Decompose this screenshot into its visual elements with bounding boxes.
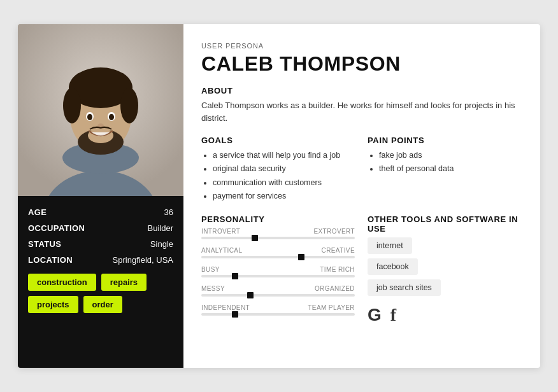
trait-right: TIME RICH — [320, 266, 355, 273]
about-title: ABOUT — [201, 86, 521, 95]
trait-introvert-extrovert: INTROVERT EXTROVERT — [201, 228, 355, 239]
svg-point-8 — [120, 88, 138, 123]
trait-bar — [201, 256, 355, 258]
trait-left: INTROVERT — [201, 228, 240, 235]
location-label: LOCATION — [28, 255, 73, 265]
occupation-label: OCCUPATION — [28, 223, 85, 233]
trait-bar — [201, 275, 355, 277]
tag-repairs[interactable]: repairs — [101, 274, 147, 291]
right-panel: USER PERSONA CALEB THOMPSON ABOUT Caleb … — [183, 24, 540, 368]
tool-facebook: facebook — [368, 258, 418, 275]
trait-left: MESSY — [201, 285, 225, 292]
location-value: Springfield, USA — [113, 255, 173, 265]
pain-list: fake job ads theft of personal data — [368, 149, 521, 176]
profile-photo — [18, 24, 183, 196]
goals-list: a service that will help you find a job … — [201, 149, 355, 203]
google-icon: G — [368, 305, 382, 325]
pain-title: PAIN POINTS — [368, 136, 521, 145]
status-label: STATUS — [28, 239, 61, 249]
tag-order[interactable]: order — [83, 296, 122, 313]
age-label: AGE — [28, 207, 46, 217]
trait-bar — [201, 313, 355, 316]
tag-projects[interactable]: projects — [28, 296, 78, 313]
goals-title: GOALS — [201, 136, 355, 145]
tools-col: OTHER TOOLS AND SOFTWARE IN USE internet… — [368, 214, 521, 325]
persona-card: AGE 36 OCCUPATION Builder STATUS Single … — [18, 24, 540, 368]
age-row: AGE 36 — [28, 207, 173, 217]
trait-left: ANALYTICAL — [201, 247, 242, 254]
personality-tools-section: PERSONALITY INTROVERT EXTROVERT ANALYTIC… — [201, 214, 521, 325]
trait-busy-timerich: BUSY TIME RICH — [201, 266, 355, 277]
personality-col: PERSONALITY INTROVERT EXTROVERT ANALYTIC… — [201, 214, 355, 325]
about-text: Caleb Thompson works as a builder. He wo… — [201, 99, 521, 124]
personality-title: PERSONALITY — [201, 214, 355, 224]
pain-item: theft of personal data — [379, 162, 521, 176]
bio-info: AGE 36 OCCUPATION Builder STATUS Single … — [18, 196, 183, 368]
trait-bar — [201, 294, 355, 297]
goals-pain-section: GOALS a service that will help you find … — [201, 136, 521, 203]
occupation-value: Builder — [148, 223, 173, 233]
svg-point-14 — [109, 114, 114, 120]
tool-tags: internet facebook job search sites — [368, 237, 521, 296]
trait-analytical-creative: ANALYTICAL CREATIVE — [201, 247, 355, 258]
location-row: LOCATION Springfield, USA — [28, 255, 173, 265]
tag-construction[interactable]: construction — [28, 274, 96, 291]
left-panel: AGE 36 OCCUPATION Builder STATUS Single … — [18, 24, 183, 368]
trait-messy-organized: MESSY ORGANIZED — [201, 285, 355, 297]
occupation-row: OCCUPATION Builder — [28, 223, 173, 233]
tool-job-search: job search sites — [368, 279, 441, 296]
goals-col: GOALS a service that will help you find … — [201, 136, 355, 203]
trait-bar — [201, 237, 355, 239]
svg-point-7 — [63, 88, 81, 123]
age-value: 36 — [164, 207, 173, 217]
trait-right: TEAM PLAYER — [308, 304, 355, 311]
facebook-icon: f — [390, 305, 396, 325]
svg-point-13 — [87, 114, 92, 120]
persona-label: USER PERSONA — [201, 42, 521, 50]
trait-right: CREATIVE — [322, 247, 355, 254]
trait-right: EXTROVERT — [313, 228, 355, 235]
status-value: Single — [150, 239, 173, 249]
goal-item: communication with customers — [213, 176, 355, 190]
tags-area: construction repairs projects order — [28, 274, 173, 313]
pain-item: fake job ads — [379, 149, 521, 162]
pain-col: PAIN POINTS fake job ads theft of person… — [368, 136, 521, 203]
tools-title: OTHER TOOLS AND SOFTWARE IN USE — [368, 214, 521, 234]
trait-right: ORGANIZED — [315, 285, 355, 292]
persona-name: CALEB THOMPSON — [201, 52, 521, 76]
goal-item: payment for services — [213, 190, 355, 203]
goal-item: original data security — [213, 162, 355, 176]
goal-item: a service that will help you find a job — [213, 149, 355, 162]
trait-independent-teamplayer: INDEPENDENT TEAM PLAYER — [201, 304, 355, 316]
brand-icons: G f — [368, 305, 521, 325]
status-row: STATUS Single — [28, 239, 173, 249]
trait-left: INDEPENDENT — [201, 304, 250, 311]
tool-internet: internet — [368, 237, 412, 254]
trait-left: BUSY — [201, 266, 220, 273]
